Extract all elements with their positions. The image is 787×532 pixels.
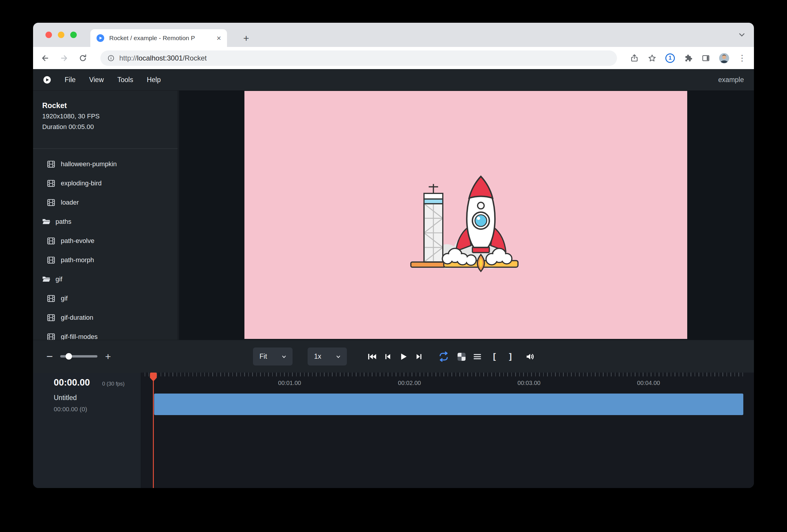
composition-item[interactable]: path-morph — [33, 250, 178, 270]
transparency-toggle-button[interactable] — [456, 351, 467, 362]
speaker-icon — [525, 352, 535, 362]
speed-dropdown-value: 1x — [314, 353, 335, 360]
tab-close-icon[interactable]: × — [217, 34, 221, 42]
chevron-down-icon — [335, 354, 342, 360]
film-icon — [47, 257, 56, 264]
film-icon — [47, 180, 56, 187]
composition-resolution: 1920x1080, 30 FPS — [42, 112, 100, 120]
chevron-down-icon — [281, 354, 287, 360]
composition-label: path-evolve — [61, 237, 94, 245]
composition-label: gif — [61, 295, 68, 302]
browser-tab[interactable]: Rocket / example - Remotion P × — [90, 29, 227, 47]
skip-to-start-button[interactable] — [366, 351, 378, 362]
tab-strip: Rocket / example - Remotion P × + — [33, 23, 754, 47]
composition-item[interactable]: gif-fill-modes — [33, 327, 178, 340]
timeline-rows-button[interactable] — [472, 351, 483, 362]
volume-button[interactable] — [525, 351, 536, 362]
track-time-detail: 00:00.00 (0) — [54, 406, 87, 413]
folder-item[interactable]: paths — [33, 212, 178, 231]
playback-controls-bar: − + Fit 1x — [33, 340, 754, 373]
close-window-button[interactable] — [45, 31, 52, 38]
site-info-icon[interactable] — [107, 55, 114, 62]
browser-window: Rocket / example - Remotion P × + http:/… — [33, 23, 754, 488]
in-point-button[interactable]: [ — [489, 340, 501, 373]
next-frame-button[interactable] — [413, 351, 425, 362]
extensions-puzzle-icon[interactable] — [684, 54, 693, 63]
folder-label: paths — [56, 218, 71, 226]
timeline-ruler[interactable] — [145, 373, 745, 377]
composition-duration: Duration 00:05.00 — [42, 123, 94, 131]
project-name-label: example — [718, 76, 744, 84]
browser-menu-icon[interactable]: ⋮ — [738, 54, 746, 62]
remotion-logo-icon[interactable] — [43, 76, 51, 84]
menu-file[interactable]: File — [65, 76, 76, 84]
current-timecode: 00:00.00 — [54, 377, 90, 388]
out-point-button[interactable]: ] — [505, 340, 516, 373]
folder-open-icon — [42, 276, 51, 282]
composition-list: halloween-pumpkin exploding-bird loader … — [33, 154, 178, 340]
url-omnibox[interactable]: http://localhost:3001/Rocket — [100, 50, 617, 66]
reload-icon[interactable] — [79, 54, 87, 63]
composition-item[interactable]: gif-duration — [33, 308, 178, 327]
ruler-label: 00:01.00 — [278, 380, 301, 386]
composition-item[interactable]: loader — [33, 193, 178, 212]
composition-title: Rocket — [42, 101, 67, 110]
compositions-sidebar: Rocket 1920x1080, 30 FPS Duration 00:05.… — [33, 91, 178, 340]
video-canvas — [244, 91, 687, 339]
play-button[interactable] — [398, 351, 409, 362]
folder-label: gif — [56, 275, 62, 283]
film-icon — [47, 161, 56, 168]
composition-label: gif-fill-modes — [61, 333, 98, 340]
url-text: http://localhost:3001/Rocket — [119, 54, 207, 62]
forward-icon[interactable] — [60, 54, 68, 63]
zoom-slider-knob[interactable] — [66, 353, 72, 360]
playhead-marker[interactable] — [150, 373, 157, 381]
profile-avatar[interactable] — [719, 53, 729, 63]
share-icon[interactable] — [630, 54, 639, 63]
size-dropdown[interactable]: Fit — [253, 347, 293, 365]
side-panel-icon[interactable] — [701, 54, 710, 63]
timeline-left-column: 00:00.00 0 (30 fps) Untitled 00:00.00 (0… — [33, 373, 141, 488]
film-icon — [47, 333, 56, 340]
rocket-illustration — [402, 162, 529, 275]
loop-toggle-button[interactable] — [438, 351, 449, 362]
new-tab-button[interactable]: + — [237, 29, 255, 47]
window-controls — [45, 31, 77, 38]
timeline-zoom-slider[interactable] — [60, 355, 98, 358]
previous-frame-button[interactable] — [382, 351, 393, 362]
film-icon — [47, 237, 56, 244]
skip-to-start-icon — [367, 352, 377, 362]
tab-search-chevron-icon[interactable] — [738, 30, 746, 39]
folder-item[interactable]: gif — [33, 270, 178, 289]
track-name[interactable]: Untitled — [54, 394, 77, 402]
speed-dropdown[interactable]: 1x — [307, 347, 347, 365]
composition-item[interactable]: halloween-pumpkin — [33, 154, 178, 174]
menu-tools[interactable]: Tools — [118, 76, 133, 84]
menu-view[interactable]: View — [89, 76, 104, 84]
timeline-panel: 00:00.00 0 (30 fps) Untitled 00:00.00 (0… — [33, 373, 754, 488]
bookmark-star-icon[interactable] — [648, 54, 657, 63]
url-scheme: http:// — [119, 54, 137, 62]
composition-item[interactable]: exploding-bird — [33, 174, 178, 193]
timeline-zoom-out-button[interactable]: − — [40, 340, 59, 373]
address-bar: http://localhost:3001/Rocket 1 — [33, 47, 754, 69]
film-icon — [47, 314, 56, 321]
zoom-window-button[interactable] — [70, 31, 77, 38]
composition-item[interactable]: gif — [33, 289, 178, 308]
menu-help[interactable]: Help — [147, 76, 161, 84]
onepassword-extension-icon[interactable]: 1 — [665, 54, 675, 63]
timeline-track-bar[interactable] — [154, 393, 743, 415]
film-icon — [47, 295, 56, 302]
ruler-label: 00:03.00 — [517, 380, 540, 386]
url-host: localhost:3001 — [137, 54, 183, 62]
composition-item[interactable]: path-evolve — [33, 231, 178, 250]
minimize-window-button[interactable] — [58, 31, 64, 38]
browser-action-icons: 1 ⋮ — [630, 53, 746, 63]
preview-area — [179, 91, 754, 340]
back-icon[interactable] — [41, 54, 49, 63]
film-icon — [47, 199, 56, 206]
next-frame-icon — [414, 352, 424, 361]
ruler-label: 00:04.00 — [637, 380, 660, 386]
timeline-zoom-in-button[interactable]: + — [99, 340, 118, 373]
size-dropdown-value: Fit — [259, 353, 281, 360]
